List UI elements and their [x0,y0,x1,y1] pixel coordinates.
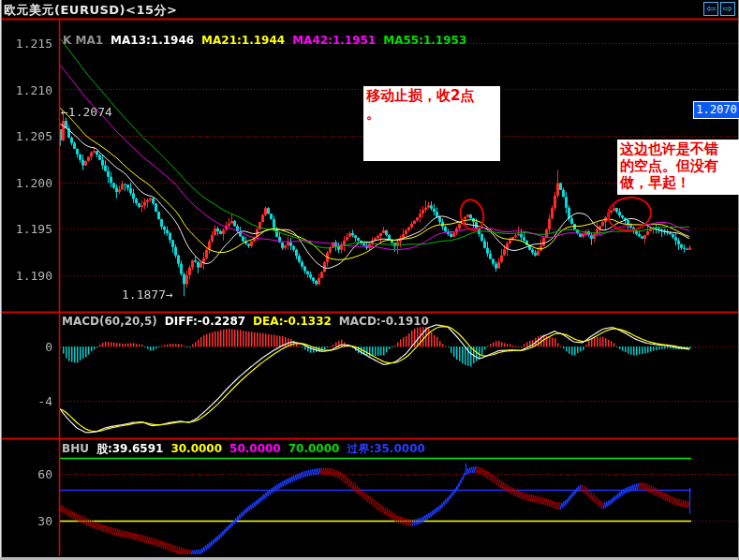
axis-tick: 1.200 [0,176,52,190]
legend-item: MA55:1.1953 [383,34,466,47]
low-price-callout: 1.1877→ [122,287,173,302]
macd-pane-legend: MACD(60,20,5)DIFF:-0.2287DEA:-0.1332MACD… [62,315,436,328]
axis-tick: 1.210 [0,83,52,97]
stop-loss-annotation-box[interactable]: 移动止损，收2点。 [363,86,500,161]
bhu-pane-legend: BHU股:39.659130.000050.000070.0000过界:35.0… [62,441,433,457]
annotation-text-line: 。 [366,105,497,123]
axis-tick: 1.205 [0,129,52,143]
legend-item: K MA1 [63,34,103,47]
annotation-text-line: 移动止损，收2点 [366,87,497,105]
main-pane-legend: K MA1MA13:1.1946MA21:1.1944MA42:1.1951MA… [63,34,474,47]
high-price-callout: ←1.2074 [61,105,112,119]
current-price-tag: 1.2070 [693,101,739,119]
legend-item: BHU [62,442,89,455]
legend-item: MA21:1.1944 [201,34,285,47]
legend-item: MA42:1.1951 [292,34,376,47]
legend-item: MA13:1.1946 [111,34,194,47]
legend-item: DIFF:-0.2287 [165,315,245,328]
legend-item: DEA:-0.1332 [253,315,332,328]
legend-item: 70.0000 [288,442,340,455]
legend-item: 过界:35.0000 [347,442,424,455]
axis-tick: 1.215 [0,37,52,51]
axis-tick: 1.195 [0,222,52,236]
axis-tick: 30 [0,514,52,528]
window-title: 欧元美元(EURUSD)<15分> [4,2,177,19]
back-arrow-button[interactable]: ⇦ [703,2,718,16]
axis-tick: -4 [0,394,52,408]
axis-tick: 0 [0,340,52,354]
short-point-annotation-box[interactable]: 这边也许是不错的空点。但没有做，早起！ [617,140,739,195]
legend-item: MACD:-0.1910 [339,315,429,328]
legend-item: 30.0000 [170,442,222,455]
annotation-text-line: 这边也许是不错 [620,140,736,157]
annotation-text-line: 做，早起！ [620,174,736,191]
chart-canvas[interactable] [0,0,739,560]
forward-arrow-icon: ⇨ [723,2,732,15]
legend-item: 股:39.6591 [96,442,163,455]
forward-arrow-button[interactable]: ⇨ [720,2,735,16]
axis-tick: 60 [0,467,52,481]
axis-tick: 1.190 [0,269,52,283]
back-arrow-icon: ⇦ [706,2,716,15]
annotation-text-line: 的空点。但没有 [620,157,736,174]
app-window: 欧元美元(EURUSD)<15分> ⇦ ⇨ K MA1MA13:1.1946MA… [0,0,739,560]
legend-item: MACD(60,20,5) [62,315,157,328]
legend-item: 50.0000 [229,442,281,455]
